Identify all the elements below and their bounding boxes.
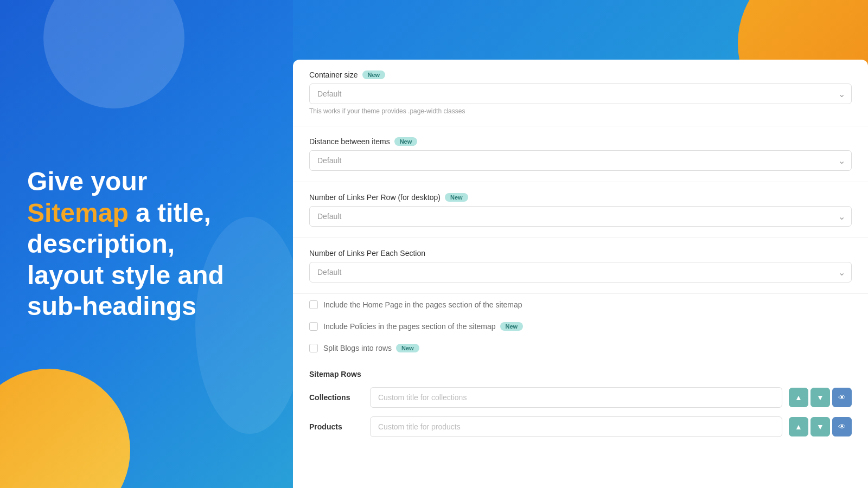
products-up-button[interactable]: ▲ (789, 417, 808, 436)
left-content: Give your Sitemap a title,description,la… (27, 166, 224, 322)
headline: Give your Sitemap a title,description,la… (27, 166, 224, 322)
links-per-section-select[interactable]: Default (309, 262, 852, 282)
headline-part1: Give your (27, 167, 147, 196)
products-down-button[interactable]: ▼ (810, 417, 830, 436)
policies-badge: New (500, 322, 524, 331)
checkbox-policies-row: Include Policies in the pages section of… (293, 316, 868, 337)
container-size-label: Container size New (309, 70, 852, 79)
checkbox-home[interactable] (309, 300, 318, 309)
links-per-row-select-wrapper: Default ⌄ (309, 206, 852, 227)
checkbox-blogs-row: Split Blogs into rows New (293, 337, 868, 359)
collections-controls: ▲ ▼ 👁 (789, 388, 852, 407)
distance-select-wrapper: Default ⌄ (309, 150, 852, 171)
settings-card: Container size New Default ⌄ This works … (293, 60, 868, 488)
links-per-row-section: Number of Links Per Row (for desktop) Ne… (293, 182, 868, 238)
distance-badge: New (394, 137, 418, 146)
decorative-circle-top (43, 0, 184, 108)
links-per-section-select-wrapper: Default ⌄ (309, 262, 852, 282)
links-per-row-label: Number of Links Per Row (for desktop) Ne… (309, 193, 852, 202)
links-per-row-badge: New (445, 193, 468, 202)
blogs-badge: New (396, 344, 419, 352)
links-per-row-select[interactable]: Default (309, 206, 852, 227)
collections-down-button[interactable]: ▼ (810, 388, 830, 407)
container-size-badge: New (362, 70, 386, 79)
checkbox-policies[interactable] (309, 322, 318, 331)
products-label: Products (309, 422, 363, 431)
collections-label: Collections (309, 393, 363, 402)
sitemap-rows-title: Sitemap Rows (309, 370, 852, 378)
products-row-item: Products ▲ ▼ 👁 (309, 416, 852, 437)
distance-section: Distance between items New Default ⌄ (293, 126, 868, 182)
products-controls: ▲ ▼ 👁 (789, 417, 852, 436)
products-input[interactable] (370, 416, 782, 437)
checkbox-home-row: Include the Home Page in the pages secti… (293, 294, 868, 316)
right-panel: Container size New Default ⌄ This works … (293, 0, 868, 488)
container-size-select[interactable]: Default (309, 84, 852, 104)
sitemap-rows-section: Sitemap Rows Collections ▲ ▼ 👁 Products … (293, 359, 868, 457)
products-visibility-button[interactable]: 👁 (832, 417, 852, 436)
collections-input[interactable] (370, 387, 782, 408)
decorative-circle-bottom (0, 369, 130, 488)
collections-visibility-button[interactable]: 👁 (832, 388, 852, 407)
links-per-section-section: Number of Links Per Each Section Default… (293, 238, 868, 294)
checkbox-policies-label: Include Policies in the pages section of… (323, 322, 523, 331)
distance-select[interactable]: Default (309, 150, 852, 171)
checkbox-home-label: Include the Home Page in the pages secti… (323, 300, 522, 309)
container-size-helper: This works if your theme provides .page-… (309, 107, 852, 115)
links-per-section-label: Number of Links Per Each Section (309, 249, 852, 258)
collections-row-item: Collections ▲ ▼ 👁 (309, 387, 852, 408)
distance-label: Distance between items New (309, 137, 852, 146)
checkbox-blogs[interactable] (309, 344, 318, 352)
headline-highlight: Sitemap (27, 198, 129, 227)
checkbox-blogs-label: Split Blogs into rows New (323, 344, 419, 352)
left-panel: Give your Sitemap a title,description,la… (0, 0, 293, 488)
collections-up-button[interactable]: ▲ (789, 388, 808, 407)
container-size-select-wrapper: Default ⌄ (309, 84, 852, 104)
container-size-section: Container size New Default ⌄ This works … (293, 60, 868, 126)
